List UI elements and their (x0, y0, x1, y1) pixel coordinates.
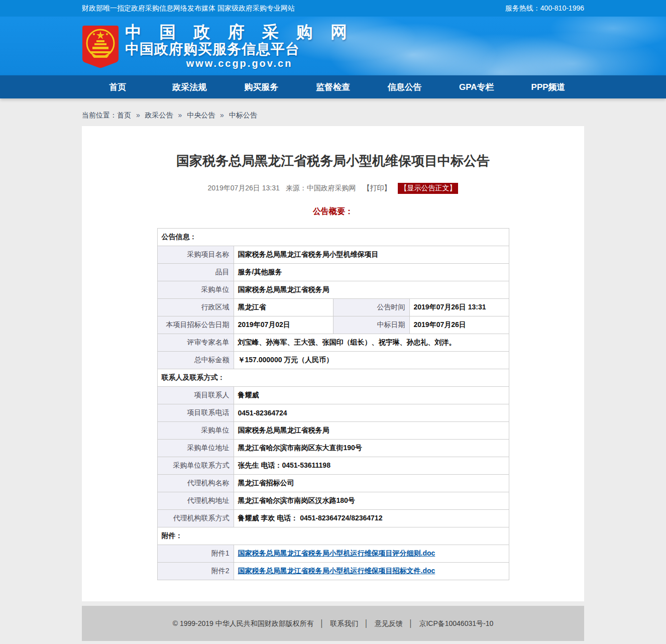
breadcrumb-separator: » (136, 111, 140, 119)
table-section-row: 联系人及联系方式： (157, 369, 509, 387)
field-value: 刘宝峰、孙海军、王大强、张国印（组长）、祝宇琳、孙忠礼、刘洋。 (234, 334, 509, 352)
nav-item-4[interactable]: 信息公告 (369, 75, 440, 98)
table-row: 代理机构联系方式鲁耀威 李欢 电话： 0451-82364724/8236471… (157, 510, 509, 527)
breadcrumb-link-zhongbiao[interactable]: 中标公告 (229, 111, 257, 119)
breadcrumb-link-central[interactable]: 中央公告 (187, 111, 215, 119)
site-subtitle: 中国政府购买服务信息平台 (125, 41, 354, 57)
announcement-title: 国家税务总局黑龙江省税务局小型机维保项目中标公告 (82, 152, 584, 170)
table-row: 采购项目名称国家税务总局黑龙江省税务局小型机维保项目 (157, 246, 509, 264)
nav-item-0[interactable]: 首页 (82, 75, 154, 98)
field-label: 代理机构地址 (157, 492, 234, 510)
table-row: 代理机构名称黑龙江省招标公司 (157, 475, 509, 492)
footer-separator: │ (320, 619, 324, 627)
announcement-meta: 2019年07月26日 13:31 来源：中国政府采购网 【打印】 【显示公告正… (82, 183, 584, 194)
field-label: 评审专家名单 (157, 334, 234, 352)
footer-feedback-link[interactable]: 意见反馈 (375, 619, 403, 627)
site-url: www.ccgp.gov.cn (125, 57, 354, 69)
field-label: 本项目招标公告日期 (157, 316, 234, 334)
breadcrumb-separator: » (178, 111, 182, 119)
table-row: 行政区域黑龙江省公告时间2019年07月26日 13:31 (157, 299, 509, 316)
topbar: 财政部唯一指定政府采购信息网络发布媒体 国家级政府采购专业网站 服务热线：400… (0, 0, 666, 17)
field-value: 黑龙江省 (234, 299, 333, 316)
table-row: 品目服务/其他服务 (157, 264, 509, 281)
field-value: 鲁耀威 (234, 387, 509, 404)
field-label: 附件1 (157, 545, 234, 563)
section-heading: 联系人及联系方式： (157, 369, 509, 387)
attachment-link[interactable]: 国家税务总局黑龙江省税务局小型机运行维保项目评分细则.doc (238, 549, 435, 557)
footer-copyright: © 1999-2019 中华人民共和国财政部版权所有 (173, 619, 314, 627)
field-value: 0451-82364724 (234, 404, 509, 422)
field-label: 采购单位联系方式 (157, 457, 234, 475)
breadcrumb-link-zhengcai[interactable]: 政采公告 (145, 111, 173, 119)
section-heading: 附件： (157, 527, 509, 545)
print-button[interactable]: 【打印】 (363, 184, 391, 192)
table-row: 总中标金额￥157.000000 万元（人民币） (157, 352, 509, 369)
field-value: 2019年07月26日 13:31 (409, 299, 509, 316)
announcement-source: 来源：中国政府采购网 (286, 184, 356, 192)
main-nav: 首页政采法规购买服务监督检查信息公告GPA专栏PPP频道 (0, 75, 666, 98)
national-emblem-icon (82, 25, 119, 68)
table-section-row: 公告信息： (157, 229, 509, 246)
field-label: 代理机构名称 (157, 475, 234, 492)
content-panel: 国家税务总局黑龙江省税务局小型机维保项目中标公告 2019年07月26日 13:… (82, 126, 584, 601)
field-label: 项目联系电话 (157, 404, 234, 422)
attachment-link[interactable]: 国家税务总局黑龙江省税务局小型机运行维保项目招标文件.doc (238, 567, 435, 575)
field-label: 采购单位 (157, 281, 234, 299)
field-value: 国家税务总局黑龙江省税务局 (234, 422, 509, 440)
table-row: 评审专家名单刘宝峰、孙海军、王大强、张国印（组长）、祝宇琳、孙忠礼、刘洋。 (157, 334, 509, 352)
field-value: 国家税务总局黑龙江省税务局 (234, 281, 509, 299)
nav-item-6[interactable]: PPP频道 (512, 75, 584, 98)
field-value: 国家税务总局黑龙江省税务局小型机维保项目 (234, 246, 509, 264)
field-label: 采购项目名称 (157, 246, 234, 264)
breadcrumb-link-home[interactable]: 首页 (117, 111, 131, 119)
table-row: 本项目招标公告日期2019年07月02日中标日期2019年07月26日 (157, 316, 509, 334)
site-logo-text: 中 国 政 府 采 购 网 中国政府购买服务信息平台 www.ccgp.gov.… (125, 23, 354, 69)
field-value: 2019年07月02日 (234, 316, 333, 334)
nav-item-1[interactable]: 政采法规 (154, 75, 226, 98)
footer-icp: 京ICP备10046031号-10 (419, 619, 493, 627)
breadcrumb: 当前位置：首页 » 政采公告 » 中央公告 » 中标公告 (82, 98, 584, 126)
nav-item-2[interactable]: 购买服务 (226, 75, 297, 98)
summary-table: 公告信息：采购项目名称国家税务总局黑龙江省税务局小型机维保项目品目服务/其他服务… (157, 228, 509, 580)
table-section-row: 附件： (157, 527, 509, 545)
field-label: 公告时间 (333, 299, 409, 316)
field-label: 总中标金额 (157, 352, 234, 369)
field-value: 黑龙江省哈尔滨市南岗区东大直街190号 (234, 440, 509, 457)
national-emblem-logo[interactable] (82, 25, 119, 68)
site-banner: 中 国 政 府 采 购 网 中国政府购买服务信息平台 www.ccgp.gov.… (0, 17, 666, 75)
table-row: 代理机构地址黑龙江省哈尔滨市南岗区汉水路180号 (157, 492, 509, 510)
footer-separator: │ (364, 619, 369, 627)
field-label: 采购单位 (157, 422, 234, 440)
nav-item-3[interactable]: 监督检查 (297, 75, 369, 98)
breadcrumb-prefix: 当前位置： (82, 111, 117, 119)
nav-item-5[interactable]: GPA专栏 (440, 75, 512, 98)
section-heading: 公告信息： (157, 229, 509, 246)
field-value: 鲁耀威 李欢 电话： 0451-82364724/82364712 (234, 510, 509, 527)
nav-list: 首页政采法规购买服务监督检查信息公告GPA专栏PPP频道 (82, 75, 584, 98)
table-row: 采购单位国家税务总局黑龙江省税务局 (157, 422, 509, 440)
footer-separator: │ (409, 619, 413, 627)
site-title: 中 国 政 府 采 购 网 (125, 23, 354, 41)
summary-heading: 公告概要： (82, 206, 584, 217)
field-value: 2019年07月26日 (409, 316, 509, 334)
field-label: 品目 (157, 264, 234, 281)
field-value: ￥157.000000 万元（人民币） (234, 352, 509, 369)
field-value: 服务/其他服务 (234, 264, 509, 281)
topbar-hotline: 服务热线：400-810-1996 (505, 4, 584, 13)
announcement-datetime: 2019年07月26日 13:31 (208, 184, 280, 192)
show-fulltext-button[interactable]: 【显示公告正文】 (398, 183, 458, 194)
field-label: 行政区域 (157, 299, 234, 316)
field-value: 张先生 电话：0451-53611198 (234, 457, 509, 475)
table-row: 采购单位地址黑龙江省哈尔滨市南岗区东大直街190号 (157, 440, 509, 457)
table-row: 项目联系电话0451-82364724 (157, 404, 509, 422)
footer-contact-link[interactable]: 联系我们 (330, 619, 358, 627)
table-row: 采购单位联系方式张先生 电话：0451-53611198 (157, 457, 509, 475)
field-label: 代理机构联系方式 (157, 510, 234, 527)
field-label: 采购单位地址 (157, 440, 234, 457)
table-row: 采购单位国家税务总局黑龙江省税务局 (157, 281, 509, 299)
table-row: 附件1国家税务总局黑龙江省税务局小型机运行维保项目评分细则.doc (157, 545, 509, 563)
field-label: 中标日期 (333, 316, 409, 334)
field-value: 黑龙江省招标公司 (234, 475, 509, 492)
field-label: 附件2 (157, 563, 234, 580)
page-footer: © 1999-2019 中华人民共和国财政部版权所有 │ 联系我们 │ 意见反馈… (82, 606, 584, 641)
